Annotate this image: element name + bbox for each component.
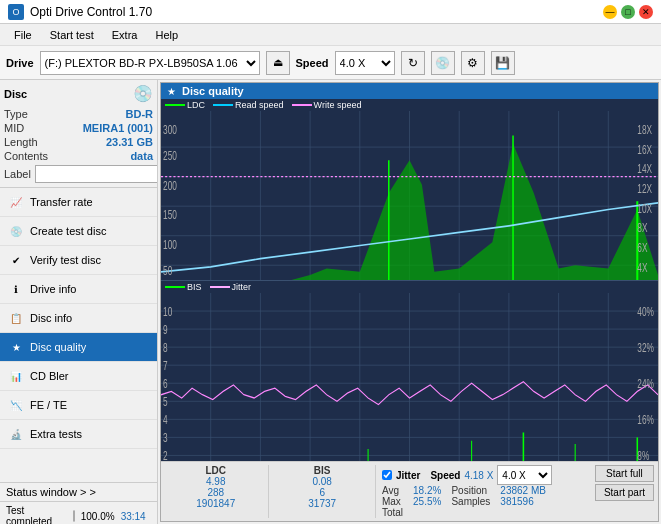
svg-text:24%: 24% — [637, 376, 654, 390]
menubar: File Start test Extra Help — [0, 24, 661, 46]
top-chart-svg: 300 250 200 150 100 50 0.0 18X 16X 14X 1… — [161, 111, 658, 280]
svg-marker-14 — [161, 144, 658, 280]
stats-div2 — [375, 465, 376, 518]
bis-stats-header: BIS — [314, 465, 331, 476]
nav-cd-bler[interactable]: 📊 CD Bler — [0, 362, 157, 391]
row-labels: Avg Max Total — [382, 485, 403, 518]
maximize-button[interactable]: □ — [621, 5, 635, 19]
nav-drive-info[interactable]: ℹ Drive info — [0, 275, 157, 304]
max-row-label: Max — [382, 496, 403, 507]
app-icon: O — [8, 4, 24, 20]
jitter-header-label: Jitter — [396, 470, 420, 481]
ldc-legend: LDC — [165, 100, 205, 110]
svg-text:4X: 4X — [637, 260, 648, 274]
nav-cd-bler-label: CD Bler — [30, 370, 69, 382]
minimize-button[interactable]: — — [603, 5, 617, 19]
nav-disc-info[interactable]: 📋 Disc info — [0, 304, 157, 333]
drive-info-icon: ℹ — [8, 281, 24, 297]
svg-text:10: 10 — [163, 304, 172, 318]
read-speed-label: Read speed — [235, 100, 284, 110]
avg-jitter: 18.2% — [413, 485, 441, 496]
nav-disc-quality[interactable]: ★ Disc quality — [0, 333, 157, 362]
speed-label: Speed — [430, 470, 460, 481]
avg-ldc: 4.98 — [206, 476, 225, 487]
nav-drive-info-label: Drive info — [30, 283, 76, 295]
menu-file[interactable]: File — [6, 27, 40, 43]
svg-text:18X: 18X — [637, 122, 652, 136]
status-section: Status window > > Test completed 100.0% … — [0, 482, 157, 524]
status-window-label: Status window > > — [6, 486, 96, 498]
start-buttons: Start full Start part — [595, 465, 654, 518]
position-labels: Position Samples — [451, 485, 490, 518]
write-speed-legend: Write speed — [292, 100, 362, 110]
eject-button[interactable]: ⏏ — [266, 51, 290, 75]
disc-quality-icon: ★ — [8, 339, 24, 355]
svg-text:5: 5 — [163, 394, 168, 408]
svg-text:4: 4 — [163, 412, 168, 426]
refresh-button[interactable]: ↻ — [401, 51, 425, 75]
ldc-stats-header: LDC — [205, 465, 226, 476]
nav-create-test-label: Create test disc — [30, 225, 106, 237]
top-chart: LDC Read speed Write speed — [161, 99, 658, 280]
nav-transfer-rate[interactable]: 📈 Transfer rate — [0, 188, 157, 217]
nav-disc-info-label: Disc info — [30, 312, 72, 324]
nav-fe-te[interactable]: 📉 FE / TE — [0, 391, 157, 420]
nav-verify-test-disc[interactable]: ✔ Verify test disc — [0, 246, 157, 275]
stats-rows: Avg Max Total 18.2% 25.5% Position Sampl… — [382, 485, 585, 518]
verify-test-icon: ✔ — [8, 252, 24, 268]
svg-text:100: 100 — [163, 237, 177, 251]
position-values: 23862 MB 381596 — [500, 485, 546, 518]
status-window-button[interactable]: Status window > > — [0, 483, 157, 502]
titlebar: O Opti Drive Control 1.70 — □ ✕ — [0, 0, 661, 24]
disc-label-key: Label — [4, 168, 31, 180]
bottom-chart-svg: 10 9 8 7 6 5 4 3 2 1 40% 32% 24% 16% 8% — [161, 293, 658, 462]
bis-label: BIS — [187, 282, 202, 292]
disc-button[interactable]: 💿 — [431, 51, 455, 75]
jitter-values: 18.2% 25.5% — [413, 485, 441, 518]
menu-help[interactable]: Help — [147, 27, 186, 43]
chart-area: ★ Disc quality LDC Read speed — [158, 80, 661, 524]
svg-text:32%: 32% — [637, 340, 654, 354]
svg-text:16%: 16% — [637, 412, 654, 426]
menu-extra[interactable]: Extra — [104, 27, 146, 43]
settings-button[interactable]: ⚙ — [461, 51, 485, 75]
chart-header-icon: ★ — [167, 86, 176, 97]
chart-container: ★ Disc quality LDC Read speed — [160, 82, 659, 522]
svg-text:2: 2 — [163, 448, 168, 461]
jitter-legend: Jitter — [210, 282, 252, 292]
elapsed-time: 33:14 — [121, 511, 151, 522]
close-button[interactable]: ✕ — [639, 5, 653, 19]
nav-create-test-disc[interactable]: 💿 Create test disc — [0, 217, 157, 246]
main-layout: Disc 💿 Type BD-R MID MEIRA1 (001) Length… — [0, 80, 661, 524]
read-speed-legend: Read speed — [213, 100, 284, 110]
top-chart-legend: LDC Read speed Write speed — [161, 99, 658, 111]
svg-text:8: 8 — [163, 340, 168, 354]
nav-fe-te-label: FE / TE — [30, 399, 67, 411]
write-speed-color — [292, 104, 312, 106]
svg-text:6X: 6X — [637, 240, 648, 254]
ldc-label: LDC — [187, 100, 205, 110]
drive-selector[interactable]: (F:) PLEXTOR BD-R PX-LB950SA 1.06 — [40, 51, 260, 75]
save-button[interactable]: 💾 — [491, 51, 515, 75]
start-full-button[interactable]: Start full — [595, 465, 654, 482]
cd-bler-icon: 📊 — [8, 368, 24, 384]
total-bis: 31737 — [308, 498, 336, 509]
menu-start-test[interactable]: Start test — [42, 27, 102, 43]
progress-row: Test completed 100.0% 33:14 — [0, 502, 157, 524]
bis-stats-col: BIS 0.08 6 31737 — [271, 465, 372, 518]
total-ldc: 1901847 — [196, 498, 235, 509]
speed-select-inline[interactable]: 4.0 X — [497, 465, 552, 485]
speed-selector[interactable]: 4.0 X — [335, 51, 395, 75]
samples-label: Samples — [451, 496, 490, 507]
start-part-button[interactable]: Start part — [595, 484, 654, 501]
disc-label-input[interactable] — [35, 165, 158, 183]
drive-label: Drive — [6, 57, 34, 69]
disc-panel: Disc 💿 Type BD-R MID MEIRA1 (001) Length… — [0, 80, 157, 188]
nav-extra-tests[interactable]: 🔬 Extra tests — [0, 420, 157, 449]
jitter-checkbox[interactable] — [382, 470, 392, 480]
jitter-legend-label: Jitter — [232, 282, 252, 292]
svg-text:50: 50 — [163, 263, 172, 277]
sidebar: Disc 💿 Type BD-R MID MEIRA1 (001) Length… — [0, 80, 158, 524]
extra-tests-icon: 🔬 — [8, 426, 24, 442]
avg-bis: 0.08 — [312, 476, 331, 487]
